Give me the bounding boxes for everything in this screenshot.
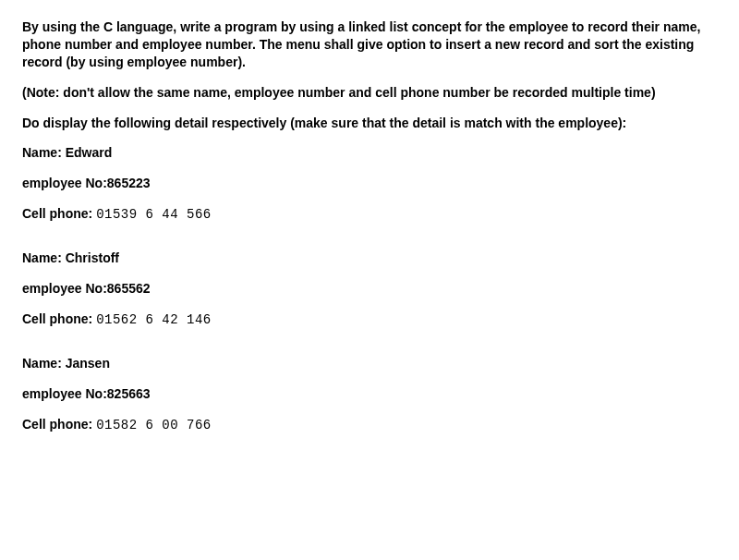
- cell-label: Cell phone:: [22, 311, 96, 326]
- intro-paragraph-2: (Note: don't allow the same name, employ…: [22, 84, 717, 102]
- emp-no-value: 865223: [107, 176, 151, 190]
- emp-no-label: employee No:: [22, 386, 107, 401]
- cell-label: Cell phone:: [22, 417, 96, 432]
- employee-name-line: Name: Jansen: [22, 355, 717, 372]
- employee-record: Name: Jansen employee No:825663 Cell pho…: [22, 355, 717, 434]
- name-label: Name:: [22, 250, 66, 265]
- employee-record: Name: Christoff employee No:865562 Cell …: [22, 250, 717, 329]
- name-label: Name:: [22, 356, 66, 371]
- cell-label: Cell phone:: [22, 206, 96, 221]
- name-value: Jansen: [66, 356, 110, 371]
- name-value: Edward: [66, 145, 113, 160]
- employee-cell-line: Cell phone: 01562 6 42 146: [22, 310, 717, 329]
- employee-name-line: Name: Christoff: [22, 250, 717, 267]
- emp-no-value: 825663: [107, 386, 151, 401]
- employee-cell-line: Cell phone: 01582 6 00 766: [22, 416, 717, 434]
- employee-no-line: employee No:865562: [22, 280, 717, 298]
- emp-no-value: 865562: [107, 281, 151, 296]
- emp-no-label: employee No:: [22, 176, 107, 190]
- employee-name-line: Name: Edward: [22, 144, 717, 162]
- emp-no-label: employee No:: [22, 281, 107, 296]
- cell-value: 01562 6 42 146: [96, 312, 212, 327]
- employee-no-line: employee No:825663: [22, 385, 717, 403]
- employee-record: Name: Edward employee No:865223 Cell pho…: [22, 144, 717, 224]
- cell-value: 01582 6 00 766: [96, 418, 212, 432]
- cell-value: 01539 6 44 566: [96, 207, 212, 222]
- employee-no-line: employee No:865223: [22, 175, 717, 192]
- name-label: Name:: [22, 145, 66, 160]
- intro-paragraph-3: Do display the following detail respecti…: [22, 115, 717, 132]
- name-value: Christoff: [66, 250, 119, 265]
- employee-cell-line: Cell phone: 01539 6 44 566: [22, 205, 717, 224]
- intro-paragraph-1: By using the C language, write a program…: [22, 18, 717, 71]
